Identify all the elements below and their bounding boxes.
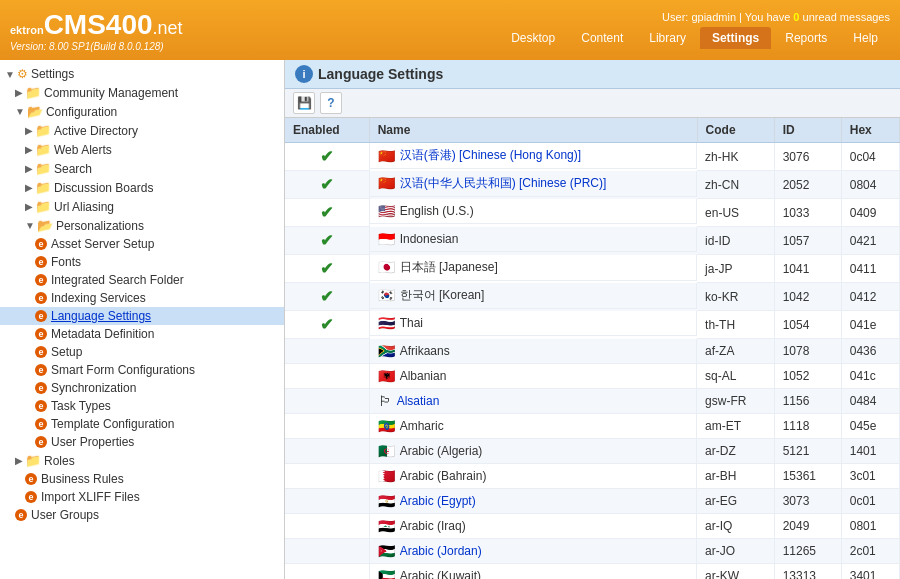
name-cell[interactable]: 🇪🇬Arabic (Egypt) xyxy=(370,489,697,514)
logo-cms: CMS xyxy=(44,11,106,39)
folder-icon: 📁 xyxy=(25,453,41,468)
sidebar-item-user-groups[interactable]: e User Groups xyxy=(0,506,284,524)
sidebar-item-community-mgmt[interactable]: ▶ 📁 Community Management xyxy=(0,83,284,102)
help-button[interactable]: ? xyxy=(320,92,342,114)
enabled-cell: ✔ xyxy=(285,311,369,339)
hex-cell: 045e xyxy=(841,414,899,439)
id-cell: 1118 xyxy=(774,414,841,439)
sidebar-item-import-xliff[interactable]: e Import XLIFF Files xyxy=(0,488,284,506)
sidebar-item-smart-form-configurations[interactable]: e Smart Form Configurations xyxy=(0,361,284,379)
name-cell: 🇿🇦Afrikaans xyxy=(370,339,697,364)
expand-icon[interactable]: ▼ xyxy=(5,69,15,80)
hex-cell: 0804 xyxy=(841,171,899,199)
logo-400: 400 xyxy=(106,9,153,41)
expand-icon[interactable]: ▶ xyxy=(25,182,33,193)
expand-icon[interactable]: ▶ xyxy=(15,455,23,466)
save-button[interactable]: 💾 xyxy=(293,92,315,114)
sidebar-item-label: Task Types xyxy=(51,399,111,413)
flag-icon: 🇰🇼 xyxy=(378,568,395,580)
sidebar-item-label: Business Rules xyxy=(41,472,124,486)
flag-icon: 🇿🇦 xyxy=(378,343,395,359)
expand-icon[interactable]: ▶ xyxy=(15,87,23,98)
name-cell[interactable]: 🇯🇴Arabic (Jordan) xyxy=(370,539,697,564)
check-icon: ✔ xyxy=(320,232,333,249)
sidebar-item-asset-server-setup[interactable]: e Asset Server Setup xyxy=(0,235,284,253)
folder-icon: 📁 xyxy=(35,161,51,176)
sidebar-item-discussion-boards[interactable]: ▶ 📁 Discussion Boards xyxy=(0,178,284,197)
sidebar-item-settings[interactable]: ▼ ⚙ Settings xyxy=(0,65,284,83)
folder-icon: 📁 xyxy=(35,123,51,138)
expand-icon[interactable]: ▶ xyxy=(25,144,33,155)
sidebar-item-search[interactable]: ▶ 📁 Search xyxy=(0,159,284,178)
code-cell: ko-KR xyxy=(697,283,774,311)
nav-desktop[interactable]: Desktop xyxy=(499,27,567,49)
expand-icon[interactable]: ▶ xyxy=(25,201,33,212)
sidebar-item-business-rules[interactable]: e Business Rules xyxy=(0,470,284,488)
sidebar-item-synchronization[interactable]: e Synchronization xyxy=(0,379,284,397)
table-row: 🇧🇭Arabic (Bahrain)ar-BH153613c01 xyxy=(285,464,900,489)
id-cell: 1054 xyxy=(774,311,841,339)
sidebar-item-configuration[interactable]: ▼ 📂 Configuration xyxy=(0,102,284,121)
table-row: ✔🇯🇵日本語 [Japanese]ja-JP10410411 xyxy=(285,255,900,283)
sidebar-item-label: User Groups xyxy=(31,508,99,522)
sidebar-item-language-settings[interactable]: e Language Settings xyxy=(0,307,284,325)
circle-e-icon: e xyxy=(15,509,27,521)
hex-cell: 0421 xyxy=(841,227,899,255)
nav-reports[interactable]: Reports xyxy=(773,27,839,49)
name-cell[interactable]: 🇨🇳汉语(中华人民共和国) [Chinese (PRC)] xyxy=(370,171,697,197)
language-link[interactable]: Arabic (Egypt) xyxy=(400,494,476,508)
language-link[interactable]: 汉语(香港) [Chinese (Hong Kong)] xyxy=(400,147,581,164)
sidebar-item-label: Indexing Services xyxy=(51,291,146,305)
sidebar-item-setup[interactable]: e Setup xyxy=(0,343,284,361)
nav-settings[interactable]: Settings xyxy=(700,27,771,49)
table-row: 🇩🇿Arabic (Algeria)ar-DZ51211401 xyxy=(285,439,900,464)
sidebar-item-roles[interactable]: ▶ 📁 Roles xyxy=(0,451,284,470)
code-cell: ar-IQ xyxy=(697,514,774,539)
table-row: 🇪🇬Arabic (Egypt)ar-EG30730c01 xyxy=(285,489,900,514)
expand-icon[interactable]: ▶ xyxy=(25,125,33,136)
flag-icon: 🇯🇴 xyxy=(378,543,395,559)
table-header-row: Enabled Name Code ID Hex xyxy=(285,118,900,143)
nav-library[interactable]: Library xyxy=(637,27,698,49)
hex-cell: 041e xyxy=(841,311,899,339)
flag-icon: 🏳 xyxy=(378,393,392,409)
language-link[interactable]: Alsatian xyxy=(397,394,440,408)
table-row: ✔🇨🇳汉语(中华人民共和国) [Chinese (PRC)]zh-CN20520… xyxy=(285,171,900,199)
name-cell[interactable]: 🇨🇳汉语(香港) [Chinese (Hong Kong)] xyxy=(370,143,697,169)
sidebar-item-indexing-services[interactable]: e Indexing Services xyxy=(0,289,284,307)
sidebar-item-web-alerts[interactable]: ▶ 📁 Web Alerts xyxy=(0,140,284,159)
sidebar-item-integrated-search-folder[interactable]: e Integrated Search Folder xyxy=(0,271,284,289)
name-cell: 🇺🇸English (U.S.) xyxy=(370,199,697,224)
expand-icon[interactable]: ▶ xyxy=(25,163,33,174)
language-link[interactable]: Arabic (Jordan) xyxy=(400,544,482,558)
logo-net: .net xyxy=(153,18,183,39)
hex-cell: 2c01 xyxy=(841,539,899,564)
sidebar-item-metadata-definition[interactable]: e Metadata Definition xyxy=(0,325,284,343)
sidebar-item-fonts[interactable]: e Fonts xyxy=(0,253,284,271)
expand-icon[interactable]: ▼ xyxy=(25,220,35,231)
sidebar-item-url-aliasing[interactable]: ▶ 📁 Url Aliasing xyxy=(0,197,284,216)
code-cell: en-US xyxy=(697,199,774,227)
code-cell: id-ID xyxy=(697,227,774,255)
sidebar-item-active-directory[interactable]: ▶ 📁 Active Directory xyxy=(0,121,284,140)
hex-cell: 0411 xyxy=(841,255,899,283)
circle-e-icon: e xyxy=(35,292,47,304)
sidebar-item-template-configuration[interactable]: e Template Configuration xyxy=(0,415,284,433)
enabled-cell xyxy=(285,464,369,489)
sidebar-item-personalizations[interactable]: ▼ 📂 Personalizations xyxy=(0,216,284,235)
circle-e-icon: e xyxy=(35,418,47,430)
hex-cell: 0c04 xyxy=(841,143,899,171)
main-layout: ▼ ⚙ Settings ▶ 📁 Community Management ▼ … xyxy=(0,60,900,579)
expand-icon[interactable]: ▼ xyxy=(15,106,25,117)
id-cell: 1052 xyxy=(774,364,841,389)
id-cell: 3076 xyxy=(774,143,841,171)
sidebar-item-label: Web Alerts xyxy=(54,143,112,157)
nav-content[interactable]: Content xyxy=(569,27,635,49)
name-cell[interactable]: 🏳Alsatian xyxy=(370,389,697,414)
language-link[interactable]: 汉语(中华人民共和国) [Chinese (PRC)] xyxy=(400,175,607,192)
sidebar-item-user-properties[interactable]: e User Properties xyxy=(0,433,284,451)
language-name: Indonesian xyxy=(400,232,459,246)
language-name: Arabic (Kuwait) xyxy=(400,569,481,580)
nav-help[interactable]: Help xyxy=(841,27,890,49)
sidebar-item-task-types[interactable]: e Task Types xyxy=(0,397,284,415)
